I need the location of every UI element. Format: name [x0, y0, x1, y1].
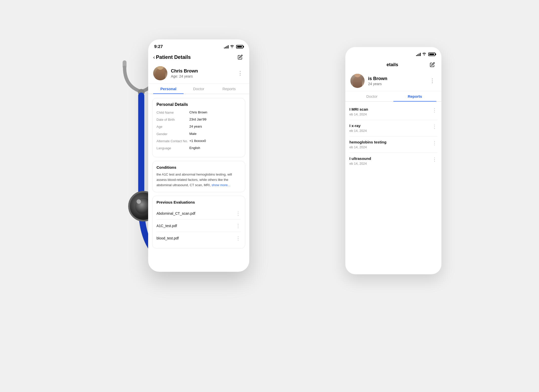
tab-doctor-fg[interactable]: Doctor — [184, 84, 214, 94]
detail-value: 23rd Jan'99 — [189, 117, 207, 122]
wifi-icon-fg — [230, 44, 234, 49]
conditions-title: Conditions — [156, 165, 241, 169]
detail-label: Language — [156, 146, 189, 151]
wifi-icon-bg — [422, 53, 426, 56]
evaluation-filename: Abdominal_CT_scan.pdf — [156, 211, 195, 215]
phone-background: etails is Brown 24 years ⋮ Doctor Report… — [345, 47, 441, 274]
detail-value: English — [189, 146, 200, 151]
evaluation-more-btn[interactable]: ⋮ — [236, 223, 241, 229]
report-info: I x-ray eb 14, 2024 — [349, 124, 432, 133]
tab-reports-bg[interactable]: Reports — [393, 91, 436, 102]
page-title-bg: etails — [387, 62, 398, 67]
nav-header-fg: ‹ Patient Details — [148, 51, 249, 64]
personal-details-card: Personal Details Child Name Chris Brown … — [152, 98, 245, 157]
report-date: eb 14, 2024 — [349, 112, 432, 116]
reports-content: I MRI scan eb 14, 2024 ⋮ I x-ray eb 14, … — [345, 102, 441, 274]
status-icons-bg — [416, 53, 435, 56]
detail-value: +1 8xxxxx0 — [189, 139, 206, 143]
report-item: I MRI scan eb 14, 2024 ⋮ — [349, 104, 437, 120]
patient-row-bg: is Brown 24 years ⋮ — [345, 72, 441, 91]
detail-row: Child Name Chris Brown — [156, 110, 241, 115]
patient-row-fg: Chris Brown Age: 24 years ⋮ — [148, 64, 249, 84]
detail-row: Date of Birth 23rd Jan'99 — [156, 117, 241, 122]
evaluations-card: Previous Evaluations Abdominal_CT_scan.p… — [152, 196, 245, 249]
battery-icon-bg — [428, 53, 435, 56]
back-button[interactable]: ‹ Patient Details — [153, 54, 191, 60]
personal-fields-list: Child Name Chris Brown Date of Birth 23r… — [156, 110, 241, 151]
time-display: 9:27 — [154, 44, 163, 49]
tab-reports-fg[interactable]: Reports — [214, 84, 244, 94]
detail-value: Male — [189, 132, 196, 136]
signal-icon-bg — [416, 53, 421, 56]
detail-row: Alternate Contact No. +1 8xxxxx0 — [156, 139, 241, 143]
report-name: hemoglobins testing — [349, 140, 432, 144]
personal-content: Personal Details Child Name Chris Brown … — [148, 94, 249, 272]
patient-name-fg: Chris Brown — [171, 68, 233, 74]
evaluations-title: Previous Evaluations — [156, 200, 241, 204]
evaluation-more-btn[interactable]: ⋮ — [236, 235, 241, 241]
nav-header-bg: etails — [345, 58, 441, 72]
detail-row: Gender Male — [156, 132, 241, 136]
report-item: I x-ray eb 14, 2024 ⋮ — [349, 120, 437, 136]
detail-row: Language English — [156, 146, 241, 151]
report-more-btn[interactable]: ⋮ — [432, 156, 437, 162]
more-menu-bg[interactable]: ⋮ — [429, 78, 436, 84]
personal-details-title: Personal Details — [156, 102, 241, 107]
evaluations-list: Abdominal_CT_scan.pdf ⋮ A1C_test.pdf ⋮ b… — [156, 207, 241, 244]
tabs-fg: Personal Doctor Reports — [148, 84, 249, 94]
report-item: I ultrasound eb 14, 2024 ⋮ — [349, 153, 437, 169]
svg-point-5 — [137, 199, 141, 204]
patient-age-fg: Age: 24 years — [171, 74, 233, 78]
avatar-fg — [153, 66, 167, 80]
page-title-fg: Patient Details — [156, 54, 191, 60]
status-icons-fg — [224, 44, 243, 49]
evaluation-filename: A1C_test.pdf — [156, 224, 177, 228]
evaluation-filename: blood_test.pdf — [156, 236, 179, 240]
tab-personal-fg[interactable]: Personal — [153, 84, 184, 94]
patient-age-bg: 24 years — [368, 82, 425, 86]
detail-label: Gender — [156, 132, 189, 136]
report-item: hemoglobins testing eb 14, 2024 ⋮ — [349, 136, 437, 153]
detail-value: 24 years — [189, 125, 202, 129]
detail-row: Age 24 years — [156, 125, 241, 129]
status-bar-bg — [345, 47, 441, 58]
report-name: I MRI scan — [349, 107, 432, 111]
detail-label: Date of Birth — [156, 117, 189, 122]
show-more-link[interactable]: show more... — [212, 183, 230, 187]
tab-doctor-bg[interactable]: Doctor — [350, 91, 393, 102]
reports-list: I MRI scan eb 14, 2024 ⋮ I x-ray eb 14, … — [349, 104, 437, 169]
avatar-bg — [350, 74, 365, 88]
conditions-text: the A1C test and abnormal hemoglobins te… — [156, 172, 241, 188]
phone-foreground: 9:27 ‹ Patient Details — [148, 39, 249, 272]
report-info: hemoglobins testing eb 14, 2024 — [349, 140, 432, 149]
more-menu-fg[interactable]: ⋮ — [236, 70, 244, 77]
report-date: eb 14, 2024 — [349, 162, 432, 165]
status-bar-fg: 9:27 — [148, 39, 249, 51]
patient-name-bg: is Brown — [368, 76, 425, 81]
tabs-bg: Doctor Reports — [345, 91, 441, 102]
report-info: I MRI scan eb 14, 2024 — [349, 107, 432, 116]
detail-label: Age — [156, 125, 189, 129]
back-chevron-icon: ‹ — [153, 55, 155, 60]
report-info: I ultrasound eb 14, 2024 — [349, 156, 432, 165]
evaluation-item: Abdominal_CT_scan.pdf ⋮ — [156, 207, 241, 220]
report-more-btn[interactable]: ⋮ — [432, 124, 437, 130]
conditions-card: Conditions the A1C test and abnormal hem… — [152, 161, 245, 192]
evaluation-item: blood_test.pdf ⋮ — [156, 232, 241, 244]
edit-button-bg[interactable] — [428, 61, 436, 69]
battery-icon-fg — [236, 45, 243, 48]
edit-button-fg[interactable] — [236, 53, 244, 61]
scene: etails is Brown 24 years ⋮ Doctor Report… — [93, 32, 446, 360]
report-name: I x-ray — [349, 124, 432, 128]
report-date: eb 14, 2024 — [349, 145, 432, 149]
report-date: eb 14, 2024 — [349, 129, 432, 133]
report-more-btn[interactable]: ⋮ — [432, 140, 437, 146]
evaluation-more-btn[interactable]: ⋮ — [236, 210, 241, 216]
detail-label: Alternate Contact No. — [156, 139, 189, 143]
evaluation-item: A1C_test.pdf ⋮ — [156, 220, 241, 232]
detail-label: Child Name — [156, 110, 189, 115]
report-name: I ultrasound — [349, 156, 432, 161]
signal-icon-fg — [224, 45, 229, 48]
report-more-btn[interactable]: ⋮ — [432, 107, 437, 113]
detail-value: Chris Brown — [189, 110, 207, 115]
